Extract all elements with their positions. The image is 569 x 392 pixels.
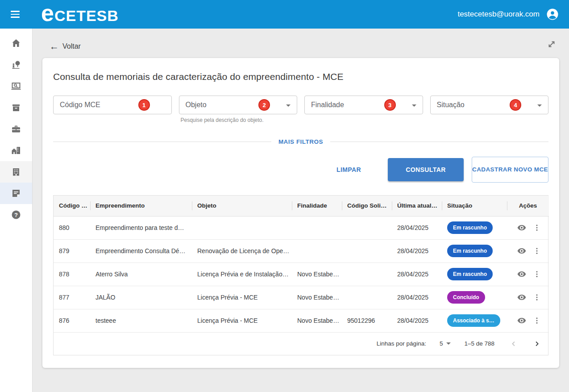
view-button[interactable] [516,245,527,257]
cell-objeto: Licença Prévia - MCE [192,286,292,309]
cell-acoes [507,216,549,239]
more-vert-icon[interactable] [532,292,542,302]
cell-empreendimento: testeee [90,309,192,332]
archive-icon [11,102,21,113]
more-vert-icon[interactable] [532,269,542,279]
view-button[interactable] [516,268,527,280]
menu-icon[interactable] [6,5,24,23]
cell-codigo: 876 [54,309,90,332]
consulta-card: Consulta de memoriais de caracterização … [42,58,559,368]
col-codigo-solicitacao: Código Soli… [342,196,392,216]
step-badge-3: 3 [384,99,396,111]
previous-page-button[interactable] [510,340,518,348]
rows-per-page-value: 5 [440,340,443,347]
cell-ultima-atualizacao: 28/04/2025 [392,263,442,286]
next-page-button[interactable] [533,340,541,348]
filter-bar: Código MCE 1 Objeto 2 Pesquise pela desc… [53,96,548,123]
status-badge: Em rascunho [447,221,493,234]
divider-line [330,142,548,142]
mce-table: Código … Empreendimento Objeto Finalidad… [53,195,548,355]
sidebar-item-nature[interactable] [0,54,32,75]
objeto-select[interactable]: Objeto 2 [179,96,298,114]
sidebar-item-work[interactable] [0,118,32,140]
more-vert-icon[interactable] [532,223,542,233]
briefcase-icon [11,124,21,134]
pagination-range: 1–5 de 788 [464,340,494,347]
cell-codigo-solicitacao [342,216,392,239]
status-badge: Associado à s… [447,314,500,327]
chevron-down-icon [286,104,291,107]
help-icon: ? [11,209,21,220]
more-vert-icon[interactable] [532,246,542,256]
sidebar-item-building[interactable] [0,161,32,183]
sidebar-item-home-work[interactable] [0,140,32,161]
home-work-icon [11,145,21,156]
status-badge: Concluído [447,291,485,304]
mais-filtros-button[interactable]: MAIS FILTROS [278,138,323,145]
cell-codigo: 877 [54,286,90,309]
chevron-down-icon [537,104,542,107]
finalidade-select[interactable]: Finalidade 3 [304,96,423,114]
cell-codigo: 880 [54,216,90,239]
cell-acoes [507,239,549,263]
page-title: Consulta de memoriais de caracterização … [53,71,548,82]
view-button[interactable] [516,315,527,326]
app-logo: e CETESB [41,4,119,25]
table-header-row: Código … Empreendimento Objeto Finalidad… [54,196,549,216]
finalidade-label: Finalidade [311,101,344,109]
status-badge: Em rascunho [447,245,493,257]
cell-objeto: Renovação de Licença de Ope… [192,239,292,263]
more-vert-icon[interactable] [532,316,542,325]
cell-situacao: Em rascunho [442,263,507,286]
divider-line [53,142,271,142]
consultar-button[interactable]: CONSULTAR [388,158,464,181]
cell-empreendimento: JALÃO [90,286,192,309]
cell-finalidade: Novo Estabe… [292,309,342,332]
cell-objeto [192,216,292,239]
step-badge-1: 1 [138,99,150,111]
expand-icon[interactable] [547,39,557,51]
cell-codigo: 879 [54,239,90,263]
cell-objeto: Licença Prévia - MCE [192,309,292,332]
cell-finalidade [292,239,342,263]
sidebar-item-archive[interactable] [0,97,32,118]
sidebar-item-search-screen[interactable] [0,75,32,97]
cadastrar-novo-mce-button[interactable]: CADASTRAR NOVO MCE [472,157,548,183]
codigo-mce-placeholder: Código MCE [60,101,100,109]
account-icon[interactable] [546,8,559,21]
cell-situacao: Em rascunho [442,216,507,239]
sidebar-item-help[interactable]: ? [0,204,32,225]
cell-ultima-atualizacao: 28/04/2025 [392,309,442,332]
sidebar-item-mce[interactable] [0,183,32,204]
cell-codigo-solicitacao [342,286,392,309]
cell-empreendimento: Empreendimento para teste d… [90,216,192,239]
col-ultima-atualizacao: Última atual… [392,196,442,216]
cell-finalidade [292,216,342,239]
limpar-button[interactable]: LIMPAR [328,162,369,178]
table-row: 880 Empreendimento para teste d… 28/04/2… [54,216,549,239]
cell-situacao: Associado à s… [442,309,507,332]
back-button[interactable]: ← Voltar [50,42,81,51]
back-label: Voltar [62,42,81,50]
cell-acoes [507,263,549,286]
svg-text:?: ? [14,212,18,218]
cell-finalidade: Novo Estabe… [292,263,342,286]
view-button[interactable] [516,292,527,303]
logo-text: CETESB [54,7,119,25]
table-row: 878 Aterro Silva Licença Prévia e de Ins… [54,263,549,286]
col-acoes: Ações [507,196,549,216]
codigo-mce-input[interactable]: Código MCE 1 [53,96,172,114]
rows-per-page-select[interactable]: 5 [440,340,451,347]
col-situacao: Situação [442,196,507,216]
sidebar-item-home[interactable] [0,33,32,54]
cell-empreendimento: Aterro Silva [90,263,192,286]
situacao-select[interactable]: Situação 4 [430,96,549,114]
cell-codigo-solicitacao: 95012296 [342,309,392,332]
cell-ultima-atualizacao: 28/04/2025 [392,216,442,239]
view-button[interactable] [516,222,527,234]
logo-e-mark: e [41,4,54,23]
objeto-label: Objeto [186,101,207,109]
step-badge-2: 2 [258,99,270,111]
main-content: ← Voltar Consulta de memoriais de caract… [33,29,569,368]
cell-empreendimento: Empreendimento Consulta Dé… [90,239,192,263]
